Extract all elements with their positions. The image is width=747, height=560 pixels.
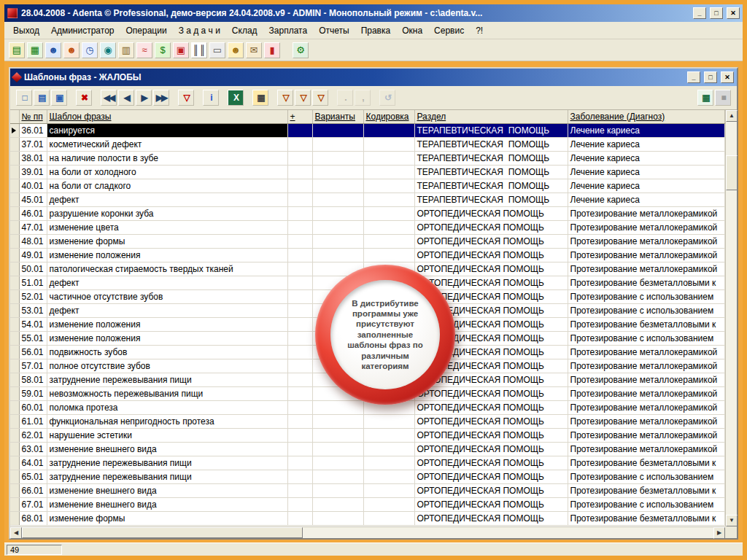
table-row[interactable]: 40.01 на боли от сладкого ТЕРАПЕВТИЧЕСКА… — [10, 179, 725, 192]
grid-view-icon[interactable]: ▦ — [697, 90, 713, 106]
report-icon[interactable]: ▦ — [252, 90, 268, 106]
prev-record-icon[interactable]: ◀ — [118, 90, 134, 106]
schedule-icon[interactable]: ◷ — [82, 42, 98, 58]
vertical-scroll-thumb[interactable] — [726, 155, 738, 190]
menu-item[interactable]: Администратор — [45, 23, 120, 38]
table-icon[interactable]: ▦ — [27, 42, 43, 58]
last-record-icon[interactable]: ▶▶ — [153, 90, 169, 106]
table-row[interactable]: 45.01 дефект ТЕРАПЕВТИЧЕСКАЯ ПОМОЩЬ Лече… — [10, 192, 725, 206]
table-row[interactable]: 49.01 изменение положения ОРТОПЕДИЧЕСКАЯ… — [10, 248, 725, 262]
printer-icon[interactable]: ▭ — [209, 42, 225, 58]
copy-record-icon[interactable]: ▣ — [51, 90, 67, 106]
menu-item[interactable]: Сервис — [428, 23, 470, 38]
scroll-up-icon[interactable]: ▲ — [726, 110, 738, 122]
globe-icon[interactable]: ◉ — [100, 42, 116, 58]
vertical-scrollbar[interactable]: ▲ ▼ — [725, 110, 737, 526]
horizontal-scrollbar[interactable]: ◀ ▶ — [10, 526, 725, 538]
table-row[interactable]: 64.01 затруднение пережевывания пищи ОРТ… — [10, 456, 725, 470]
card-view-icon[interactable]: ■ — [715, 90, 731, 106]
delete-record-icon[interactable]: ✖ — [76, 90, 92, 106]
filter-coding-icon[interactable]: ▽ — [295, 90, 311, 106]
cell-coding — [363, 497, 414, 511]
scroll-left-icon[interactable]: ◀ — [10, 527, 22, 539]
cell-diagnosis: Лечение кариеса — [568, 151, 725, 165]
services-icon[interactable]: ≈ — [136, 42, 152, 58]
menu-item[interactable]: Склад — [226, 23, 263, 38]
first-record-icon[interactable]: ◀◀ — [101, 90, 117, 106]
staff-icon[interactable]: ☻ — [63, 42, 80, 58]
info-icon[interactable]: i — [203, 90, 219, 106]
horizontal-scroll-thumb[interactable] — [22, 527, 303, 538]
table-row[interactable]: 37.01 косметический дефект ТЕРАПЕВТИЧЕСК… — [10, 137, 725, 151]
header-selector — [10, 110, 19, 123]
filter-section-icon[interactable]: ▽ — [277, 90, 293, 106]
row-selector-cell — [10, 345, 19, 359]
cell-plus — [287, 248, 312, 262]
cashbox-icon[interactable]: ▣ — [173, 42, 189, 58]
menu-item[interactable]: Окна — [396, 23, 428, 38]
minimize-button[interactable]: _ — [693, 7, 706, 19]
excel-export-icon[interactable]: X — [228, 90, 244, 106]
header-diagnosis[interactable]: Заболевание (Диагноз) — [568, 110, 725, 123]
scroll-down-icon[interactable]: ▼ — [726, 515, 738, 526]
table-row[interactable]: 39.01 на боли от холодного ТЕРАПЕВТИЧЕСК… — [10, 165, 725, 179]
cell-diagnosis: Протезирование с использованием — [568, 331, 725, 345]
menu-item[interactable]: Операции — [120, 23, 172, 38]
record-count-panel: 49 — [7, 545, 62, 555]
header-section[interactable]: Раздел — [414, 110, 568, 123]
settings-icon[interactable]: ⚙ — [293, 42, 309, 58]
child-close-button[interactable]: ✕ — [721, 71, 734, 83]
table-row[interactable]: 67.01 изменение внешнего вида ОРТОПЕДИЧЕ… — [10, 497, 725, 511]
dot-icon[interactable]: . — [337, 90, 353, 106]
table-row[interactable]: 68.01 изменение формы ОРТОПЕДИЧЕСКАЯ ПОМ… — [10, 511, 725, 525]
table-row[interactable]: 36.01 санируется ТЕРАПЕВТИЧЕСКАЯ ПОМОЩЬ … — [10, 123, 725, 137]
table-row[interactable]: 65.01 затруднение пережевывания пищи ОРТ… — [10, 470, 725, 483]
header-coding[interactable]: Кодировка — [363, 110, 414, 123]
edit-record-icon[interactable]: ▤ — [34, 90, 50, 106]
comma-icon[interactable]: , — [355, 90, 371, 106]
save-icon[interactable]: ▮ — [264, 42, 280, 58]
table-row[interactable]: 38.01 на наличие полости в зубе ТЕРАПЕВТ… — [10, 151, 725, 165]
cell-plus — [287, 289, 312, 303]
maximize-button[interactable]: □ — [710, 7, 723, 19]
cell-num: 38.01 — [19, 151, 47, 165]
table-row[interactable]: 61.01 функциональная непригодность проте… — [10, 414, 725, 428]
cell-num: 65.01 — [19, 470, 47, 483]
table-row[interactable]: 62.01 нарушение эстетики ОРТОПЕДИЧЕСКАЯ … — [10, 428, 725, 442]
header-num[interactable]: № пп — [19, 110, 47, 123]
menu-item[interactable]: ?! — [470, 23, 489, 38]
header-phrase[interactable]: Шаблон фразы — [47, 110, 287, 123]
close-button[interactable]: ✕ — [727, 7, 740, 19]
menu-item[interactable]: З а д а ч и — [173, 23, 226, 38]
mail-icon[interactable]: ✉ — [246, 42, 262, 58]
filter-variant-icon[interactable]: ▽ — [312, 90, 328, 106]
child-titlebar[interactable]: Шаблоны фраз - ЖАЛОБЫ _ □ ✕ — [10, 69, 737, 86]
table-row[interactable]: 48.01 изменение формы ОРТОПЕДИЧЕСКАЯ ПОМ… — [10, 234, 725, 248]
menu-item[interactable]: Зарплата — [263, 23, 314, 38]
child-minimize-button[interactable]: _ — [687, 71, 700, 83]
row-selector-cell — [10, 206, 19, 220]
undo-icon[interactable]: ↺ — [379, 90, 395, 106]
next-record-icon[interactable]: ▶ — [136, 90, 152, 106]
card-file-icon[interactable]: ▤ — [9, 42, 25, 58]
main-titlebar[interactable]: 28.04.2008 - Adenta © Professional, демо… — [4, 4, 743, 22]
header-plus[interactable]: + — [287, 110, 312, 123]
salary-icon[interactable]: ☻ — [228, 42, 244, 58]
menu-item[interactable]: Правка — [355, 23, 397, 38]
menu-item[interactable]: Выход — [7, 23, 45, 38]
child-maximize-button[interactable]: □ — [704, 71, 717, 83]
menu-item[interactable]: Отчеты — [313, 23, 355, 38]
catalog-icon[interactable]: ▥ — [118, 42, 134, 58]
cell-num: 39.01 — [19, 165, 47, 179]
barcode-icon[interactable]: ║║ — [191, 42, 207, 58]
new-record-icon[interactable]: □ — [16, 90, 32, 106]
cancel-filter-icon[interactable]: ▽ — [178, 90, 194, 106]
table-row[interactable]: 47.01 изменение цвета ОРТОПЕДИЧЕСКАЯ ПОМ… — [10, 220, 725, 234]
table-row[interactable]: 63.01 изменение внешнего вида ОРТОПЕДИЧЕ… — [10, 442, 725, 456]
payments-icon[interactable]: $ — [155, 42, 171, 58]
header-variants[interactable]: Варианты — [312, 110, 363, 123]
scroll-right-icon[interactable]: ▶ — [713, 527, 725, 539]
patients-icon[interactable]: ☻ — [45, 42, 61, 58]
table-row[interactable]: 66.01 изменение внешнего вида ОРТОПЕДИЧЕ… — [10, 483, 725, 497]
table-row[interactable]: 46.01 разрушение коронки зуба ОРТОПЕДИЧЕ… — [10, 206, 725, 220]
